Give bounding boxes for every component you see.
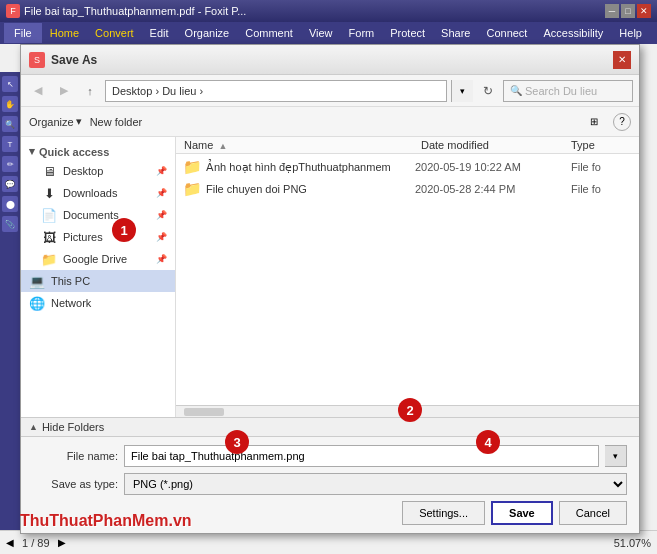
dialog-title-bar: S Save As ✕	[21, 45, 639, 75]
breadcrumb: Desktop › Du lieu ›	[105, 80, 447, 102]
dialog-body: ▾ Quick access 🖥 Desktop 📌 ⬇ Downloads 📌…	[21, 137, 639, 417]
savetype-row: Save as type: PNG (*.png)	[33, 473, 627, 495]
nav-item-this-pc[interactable]: 💻 This PC	[21, 270, 175, 292]
pin-icon-gdrive: 📌	[156, 254, 167, 264]
zoom-level: 51.07%	[614, 537, 651, 549]
nav-item-desktop[interactable]: 🖥 Desktop 📌	[21, 160, 175, 182]
cancel-button[interactable]: Cancel	[559, 501, 627, 525]
app-icon: F	[6, 4, 20, 18]
downloads-icon: ⬇	[41, 185, 57, 201]
menu-comment[interactable]: Comment	[237, 25, 301, 41]
sidebar-comment-icon[interactable]: 💬	[2, 176, 18, 192]
organize-button[interactable]: Organize ▾	[29, 115, 82, 128]
nav-item-desktop-label: Desktop	[63, 165, 150, 177]
chevron-down-icon: ▾	[29, 145, 35, 158]
menu-home[interactable]: Home	[42, 25, 87, 41]
dialog-close-button[interactable]: ✕	[613, 51, 631, 69]
menu-file[interactable]: File	[4, 23, 42, 43]
file-date-1: 2020-05-19 10:22 AM	[415, 161, 565, 173]
search-placeholder[interactable]: Search Du lieu	[525, 85, 597, 97]
content-header: Name ▲ Date modified Type	[176, 137, 639, 154]
file-name-1: Ảnh hoạt hình đẹpThuthuatphanmem	[206, 161, 409, 174]
sidebar-zoom-icon[interactable]: 🔍	[2, 116, 18, 132]
sidebar-text-icon[interactable]: T	[2, 136, 18, 152]
menu-accessibility[interactable]: Accessibility	[535, 25, 611, 41]
dialog-actions-bar: Organize ▾ New folder ⊞ ?	[21, 107, 639, 137]
nav-item-network[interactable]: 🌐 Network	[21, 292, 175, 314]
nav-item-documents[interactable]: 📄 Documents 📌	[21, 204, 175, 226]
nav-back-button[interactable]: ◀	[27, 80, 49, 102]
file-type-2: File fo	[571, 183, 631, 195]
breadcrumb-dropdown-button[interactable]: ▾	[451, 80, 473, 102]
col-name-header[interactable]: Name ▲	[184, 139, 421, 151]
menu-help[interactable]: Help	[611, 25, 650, 41]
filename-label: File name:	[33, 450, 118, 462]
col-type-header[interactable]: Type	[571, 139, 631, 151]
app-title: File bai tap_Thuthuatphanmem.pdf - Foxit…	[24, 5, 605, 17]
menu-protect[interactable]: Protect	[382, 25, 433, 41]
col-date-header[interactable]: Date modified	[421, 139, 571, 151]
breadcrumb-path: Desktop › Du lieu ›	[112, 85, 203, 97]
nav-item-downloads[interactable]: ⬇ Downloads 📌	[21, 182, 175, 204]
menu-share[interactable]: Share	[433, 25, 478, 41]
nav-forward-button[interactable]: ▶	[53, 80, 75, 102]
nav-up-button[interactable]: ↑	[79, 80, 101, 102]
page-display: 1 / 89	[22, 537, 50, 549]
organize-label: Organize	[29, 116, 74, 128]
filename-dropdown-button[interactable]: ▾	[605, 445, 627, 467]
horizontal-scrollbar[interactable]	[176, 405, 639, 417]
app-close-button[interactable]: ✕	[637, 4, 651, 18]
nav-item-network-label: Network	[51, 297, 167, 309]
menu-connect[interactable]: Connect	[478, 25, 535, 41]
nav-item-this-pc-label: This PC	[51, 275, 167, 287]
refresh-button[interactable]: ↻	[477, 80, 499, 102]
help-button[interactable]: ?	[613, 113, 631, 131]
sidebar-stamp-icon[interactable]: ⬤	[2, 196, 18, 212]
minimize-button[interactable]: ─	[605, 4, 619, 18]
google-drive-icon: 📁	[41, 251, 57, 267]
hide-folders-button[interactable]: Hide Folders	[42, 421, 104, 433]
menu-organize[interactable]: Organize	[177, 25, 238, 41]
pin-icon: 📌	[156, 166, 167, 176]
desktop-icon: 🖥	[41, 163, 57, 179]
sort-arrow-icon: ▲	[218, 141, 227, 151]
menu-form[interactable]: Form	[341, 25, 383, 41]
organize-arrow-icon: ▾	[76, 115, 82, 128]
watermark: ThuThuatPhanMem.vn	[20, 512, 192, 530]
title-bar-controls: ─ □ ✕	[605, 4, 651, 18]
menu-view[interactable]: View	[301, 25, 341, 41]
savetype-select[interactable]: PNG (*.png)	[124, 473, 627, 495]
next-page-button[interactable]: ▶	[58, 537, 66, 548]
left-sidebar: ↖ ✋ 🔍 T ✏ 💬 ⬤ 📎	[0, 72, 20, 530]
save-button[interactable]: Save	[491, 501, 553, 525]
nav-item-pictures[interactable]: 🖼 Pictures 📌	[21, 226, 175, 248]
menu-convert[interactable]: Convert	[87, 25, 142, 41]
sidebar-markup-icon[interactable]: ✏	[2, 156, 18, 172]
nav-item-google-drive[interactable]: 📁 Google Drive 📌	[21, 248, 175, 270]
pin-icon-pictures: 📌	[156, 232, 167, 242]
file-item-2[interactable]: 📁 File chuyen doi PNG 2020-05-28 2:44 PM…	[176, 178, 639, 200]
nav-item-google-drive-label: Google Drive	[63, 253, 150, 265]
pin-icon-documents: 📌	[156, 210, 167, 220]
savetype-label: Save as type:	[33, 478, 118, 490]
pin-icon-downloads: 📌	[156, 188, 167, 198]
file-item-1[interactable]: 📁 Ảnh hoạt hình đẹpThuthuatphanmem 2020-…	[176, 156, 639, 178]
sidebar-hand-icon[interactable]: ✋	[2, 96, 18, 112]
this-pc-icon: 💻	[29, 273, 45, 289]
filename-input[interactable]	[124, 445, 599, 467]
sidebar-cursor-icon[interactable]: ↖	[2, 76, 18, 92]
documents-icon: 📄	[41, 207, 57, 223]
sidebar-attach-icon[interactable]: 📎	[2, 216, 18, 232]
view-button[interactable]: ⊞	[583, 111, 605, 133]
maximize-button[interactable]: □	[621, 4, 635, 18]
app-title-bar: F File bai tap_Thuthuatphanmem.pdf - Fox…	[0, 0, 657, 22]
settings-button[interactable]: Settings...	[402, 501, 485, 525]
app-window: F File bai tap_Thuthuatphanmem.pdf - Fox…	[0, 0, 657, 554]
menu-bar: File Home Convert Edit Organize Comment …	[0, 22, 657, 44]
save-as-dialog: S Save As ✕ ◀ ▶ ↑ Desktop › Du lieu › ▾ …	[20, 44, 640, 534]
menu-edit[interactable]: Edit	[142, 25, 177, 41]
new-folder-button[interactable]: New folder	[90, 116, 143, 128]
prev-page-button[interactable]: ◀	[6, 537, 14, 548]
folder-icon-2: 📁	[184, 181, 200, 197]
file-name-2: File chuyen doi PNG	[206, 183, 409, 195]
